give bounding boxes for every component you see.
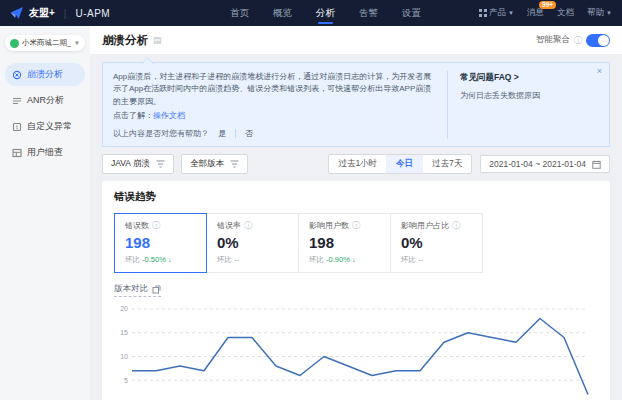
- anr-list-icon: [12, 96, 22, 106]
- error-trend-chart[interactable]: 0510152000:0001:0002:0003:0004:0005:0006…: [114, 303, 598, 400]
- info-icon: ⓘ: [452, 220, 460, 231]
- navbar-right: 产品 ▼ 消息 99+ 文档 帮助 ▼: [479, 7, 612, 19]
- help-label: 帮助: [587, 7, 604, 19]
- info-icon: ⓘ: [152, 220, 160, 231]
- toggle-knob: [598, 35, 609, 46]
- products-label: 产品: [489, 7, 506, 19]
- compare-label: 环比: [309, 255, 324, 264]
- nav-item-settings[interactable]: 设置: [402, 0, 421, 26]
- stat-card-affected-ratio[interactable]: 影响用户占比ⓘ 0% 环比 --: [390, 213, 483, 273]
- help-menu[interactable]: 帮助 ▼: [587, 7, 612, 19]
- docs-label: 文档: [557, 7, 574, 19]
- faq-link[interactable]: 常见问题FAQ >: [460, 72, 599, 84]
- svg-text:15: 15: [120, 329, 128, 336]
- brand[interactable]: 友盟+ | U-APM: [10, 6, 110, 20]
- main-nav: 首页 概览 分析 告警 设置: [230, 0, 421, 26]
- main-content: 崩溃分析 ▤ 智能聚合 ⓘ App崩溃后，对主进程和子进程的崩溃堆栈进行分析，通…: [90, 26, 622, 400]
- stat-card-affected-users[interactable]: 影响用户数ⓘ 198 环比 -0.90% ↓: [298, 213, 391, 273]
- nav-item-analysis[interactable]: 分析: [316, 0, 335, 26]
- smart-aggregation-toggle[interactable]: [586, 34, 610, 47]
- sidebar: 小米商城二期_Andr... ▼ 崩溃分析 ANR分析 自定义异常 用户细查: [0, 26, 90, 400]
- custom-exception-icon: [12, 122, 22, 132]
- stat-label: 错误数: [125, 220, 149, 231]
- feedback-no-button[interactable]: 否: [236, 128, 262, 139]
- page-header: 崩溃分析 ▤ 智能聚合 ⓘ: [90, 26, 622, 54]
- stat-cards: 错误数ⓘ 198 环比 -0.50% ↓ 错误率ⓘ 0% 环比 -- 影响用户数…: [114, 213, 598, 273]
- sidebar-item-label: ANR分析: [27, 94, 64, 107]
- user-inspect-icon: [12, 148, 22, 158]
- chevron-down-icon: ▼: [74, 40, 80, 46]
- line-chart: 0510152000:0001:0002:0003:0004:0005:0006…: [114, 303, 598, 400]
- info-icon: ⓘ: [352, 220, 360, 231]
- stat-label: 影响用户占比: [401, 220, 449, 231]
- compare-delta: --: [418, 255, 423, 264]
- date-range-picker[interactable]: 2021-01-04 ~ 2021-01-04: [480, 155, 610, 173]
- stat-card-error-count[interactable]: 错误数ⓘ 198 环比 -0.50% ↓: [114, 213, 207, 273]
- info-icon[interactable]: ⓘ: [574, 35, 582, 46]
- umeng-logo-icon: [10, 6, 24, 20]
- logo-text: 友盟+: [29, 6, 55, 20]
- crash-type-filter[interactable]: JAVA 崩溃: [102, 154, 174, 174]
- banner-more: 点击了解：操作文档: [113, 110, 435, 121]
- nav-item-overview[interactable]: 概览: [273, 0, 292, 26]
- compare-delta: -0.50% ↓: [142, 255, 172, 264]
- svg-text:5: 5: [124, 377, 128, 384]
- sidebar-item-crash-analysis[interactable]: 崩溃分析: [5, 63, 85, 86]
- version-compare-label: 版本对比: [114, 283, 148, 295]
- faq-item-link[interactable]: 为何日志丢失数据原因: [460, 90, 599, 101]
- nav-item-alert[interactable]: 告警: [359, 0, 378, 26]
- stat-value: 0%: [401, 234, 472, 251]
- messages-badge: 99+: [539, 1, 556, 9]
- banner-faq: 常见问题FAQ > 为何日志丢失数据原因: [447, 71, 599, 139]
- docs-menu[interactable]: 文档: [557, 7, 574, 19]
- divider: |: [64, 8, 67, 19]
- intro-banner: App崩溃后，对主进程和子进程的崩溃堆栈进行分析，通过对崩溃日志的计算，为开发者…: [102, 62, 610, 147]
- app-selector[interactable]: 小米商城二期_Andr... ▼: [5, 35, 85, 51]
- sidebar-item-label: 崩溃分析: [27, 68, 63, 81]
- time-range-7days[interactable]: 过去7天: [423, 155, 471, 173]
- guide-doc-icon[interactable]: ▤: [153, 35, 162, 45]
- external-window-icon: [152, 285, 161, 294]
- feedback-question: 以上内容是否对您有帮助？: [113, 128, 209, 139]
- products-menu[interactable]: 产品 ▼: [479, 7, 514, 19]
- app-selector-value: 小米商城二期_Andr...: [22, 38, 71, 48]
- time-range-last-hour[interactable]: 过去1小时: [329, 155, 387, 173]
- section-title: 错误趋势: [114, 190, 598, 204]
- stat-card-error-rate[interactable]: 错误率ⓘ 0% 环比 --: [206, 213, 299, 273]
- banner-description: App崩溃后，对主进程和子进程的崩溃堆栈进行分析，通过对崩溃日志的计算，为开发者…: [113, 71, 435, 108]
- smart-aggregation-label: 智能聚合: [536, 34, 570, 46]
- calendar-icon: [592, 160, 601, 169]
- chevron-down-icon: ▼: [606, 10, 612, 16]
- docs-link[interactable]: 操作文档: [153, 111, 185, 120]
- top-navbar: 友盟+ | U-APM 首页 概览 分析 告警 设置 产品 ▼ 消息 99+ 文…: [0, 0, 622, 26]
- svg-text:20: 20: [120, 306, 128, 313]
- sidebar-item-user-inspect[interactable]: 用户细查: [5, 141, 85, 164]
- version-filter[interactable]: 全部版本: [181, 154, 248, 174]
- stat-label: 错误率: [217, 220, 241, 231]
- date-range-value: 2021-01-04 ~ 2021-01-04: [489, 159, 586, 169]
- sidebar-item-custom-exception[interactable]: 自定义异常: [5, 115, 85, 138]
- sidebar-item-anr-analysis[interactable]: ANR分析: [5, 89, 85, 112]
- svg-text:10: 10: [120, 353, 128, 360]
- messages-menu[interactable]: 消息 99+: [527, 7, 544, 19]
- grid-icon: [479, 9, 487, 17]
- version-compare-link[interactable]: 版本对比: [114, 283, 161, 297]
- stat-label: 影响用户数: [309, 220, 349, 231]
- error-trend-card: 错误趋势 错误数ⓘ 198 环比 -0.50% ↓ 错误率ⓘ 0% 环比 -- …: [102, 181, 610, 400]
- nav-item-home[interactable]: 首页: [230, 0, 249, 26]
- compare-label: 环比: [217, 255, 232, 264]
- compare-delta: --: [234, 255, 239, 264]
- close-icon[interactable]: ×: [597, 67, 602, 76]
- crash-icon: [12, 70, 22, 80]
- android-app-icon: [10, 39, 19, 48]
- feedback-yes-button[interactable]: 是: [209, 128, 235, 139]
- learn-more-prefix: 点击了解：: [113, 111, 153, 120]
- feedback-row: 以上内容是否对您有帮助？ 是 否: [113, 128, 435, 139]
- stat-value: 0%: [217, 234, 288, 251]
- compare-label: 环比: [401, 255, 416, 264]
- filter-bar: JAVA 崩溃 全部版本 过去1小时 今日 过去7天 2021-01-04 ~ …: [102, 154, 610, 174]
- stat-value: 198: [125, 234, 196, 251]
- time-range-segmented: 过去1小时 今日 过去7天: [328, 154, 472, 174]
- time-range-today[interactable]: 今日: [387, 155, 423, 173]
- compare-delta: -0.90% ↓: [326, 255, 356, 264]
